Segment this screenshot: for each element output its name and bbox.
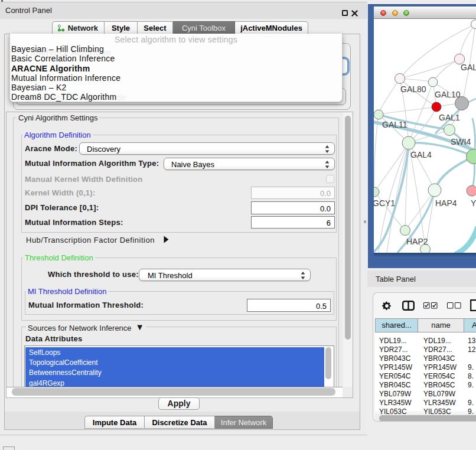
svg-text:GAL1: GAL1 (439, 113, 460, 122)
svg-text:GAL10: GAL10 (435, 90, 461, 99)
svg-text:GAL11: GAL11 (382, 120, 407, 129)
svg-text:HAP4: HAP4 (435, 198, 457, 208)
svg-text:HAP2: HAP2 (406, 237, 428, 246)
svg-text:Y: Y (471, 198, 476, 208)
svg-text:GAL4: GAL4 (410, 150, 432, 159)
svg-text:SWI4: SWI4 (451, 137, 471, 146)
svg-text:GAL2: GAL2 (461, 63, 476, 72)
svg-text:GCY1: GCY1 (374, 198, 395, 208)
svg-text:GAL80: GAL80 (400, 84, 426, 94)
